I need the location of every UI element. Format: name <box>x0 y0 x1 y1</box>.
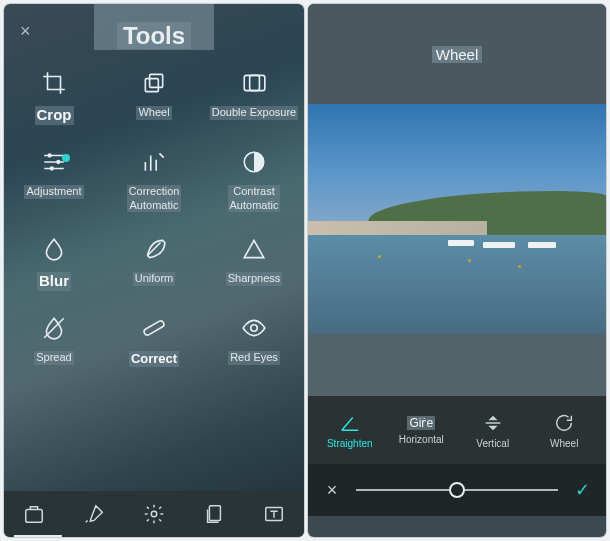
editor-title: Wheel <box>432 46 483 63</box>
copy-icon <box>203 503 225 525</box>
tool-label: Correction Automatic <box>127 185 182 213</box>
tool-uniform[interactable]: Uniform <box>104 234 204 291</box>
editor-header: Wheel <box>308 4 606 104</box>
badge-icon <box>62 154 70 162</box>
slider-thumb[interactable] <box>449 482 465 498</box>
svg-rect-8 <box>143 320 165 336</box>
tool-adjustment[interactable]: Adjustment <box>4 147 104 213</box>
tab-settings[interactable] <box>132 492 176 536</box>
svg-rect-3 <box>250 75 265 90</box>
op-sublabel: Giṙe <box>407 416 435 430</box>
tool-label: Correct <box>129 351 179 367</box>
svg-rect-0 <box>145 79 158 92</box>
tool-label: Wheel <box>136 106 171 120</box>
tool-label: Red Eyes <box>228 351 280 365</box>
tool-label: Blur <box>37 272 71 291</box>
gear-icon <box>143 503 165 525</box>
tool-label: Adjustment <box>24 185 83 199</box>
rotate-cw-icon <box>553 412 575 434</box>
tool-label: Crop <box>35 106 74 125</box>
eye-icon <box>239 313 269 343</box>
tool-correct[interactable]: Correct <box>104 313 204 367</box>
op-horizontal[interactable]: Giṙe Horizontal <box>389 416 453 445</box>
svg-point-5 <box>56 160 60 164</box>
active-tab-underline <box>14 535 62 537</box>
brush-icon <box>83 503 105 525</box>
triangle-icon <box>239 234 269 264</box>
bar-wand-icon <box>139 147 169 177</box>
tools-panel: × Tools Crop Wheel Double Exposure <box>4 4 304 537</box>
tool-label: Spread <box>34 351 73 365</box>
tool-sharpness[interactable]: Sharpness <box>204 234 304 291</box>
crop-icon <box>39 68 69 98</box>
tab-presets[interactable] <box>12 492 56 536</box>
editor-gap <box>308 334 606 396</box>
op-label: Wheel <box>550 438 578 449</box>
tool-grid: Crop Wheel Double Exposure Adjust <box>4 68 304 367</box>
tool-spread[interactable]: Spread <box>4 313 104 367</box>
tab-text[interactable] <box>252 492 296 536</box>
cancel-button[interactable]: × <box>318 476 346 504</box>
tool-label: Contrast Automatic <box>228 185 281 213</box>
svg-rect-12 <box>209 506 220 521</box>
tab-copy[interactable] <box>192 492 236 536</box>
close-button[interactable]: × <box>20 22 31 40</box>
drop-icon <box>39 234 69 264</box>
tool-crop[interactable]: Crop <box>4 68 104 125</box>
op-wheel[interactable]: Wheel <box>532 412 596 449</box>
svg-point-11 <box>151 511 157 517</box>
drop-slash-icon <box>39 313 69 343</box>
op-straighten[interactable]: Straighten <box>318 412 382 449</box>
photo-preview[interactable] <box>308 104 606 334</box>
slider-row: × ✓ <box>308 464 606 516</box>
angle-slider[interactable] <box>356 480 558 500</box>
tool-double-exposure[interactable]: Double Exposure <box>204 68 304 125</box>
tool-contrast-automatic[interactable]: Contrast Automatic <box>204 147 304 213</box>
op-vertical[interactable]: Vertical <box>461 412 525 449</box>
angle-icon <box>339 412 361 434</box>
svg-point-4 <box>48 153 52 157</box>
tool-label: Uniform <box>133 272 176 286</box>
tool-correction-automatic[interactable]: Correction Automatic <box>104 147 204 213</box>
presets-icon <box>23 503 45 525</box>
svg-rect-10 <box>26 509 43 522</box>
op-label: Vertical <box>476 438 509 449</box>
feather-icon <box>139 234 169 264</box>
sliders-icon <box>39 147 69 177</box>
text-box-icon <box>263 503 285 525</box>
double-exposure-icon <box>239 68 269 98</box>
operation-row: Straighten Giṙe Horizontal Vertical Whee… <box>308 396 606 464</box>
svg-rect-2 <box>244 75 259 90</box>
tool-label: Sharpness <box>226 272 283 286</box>
svg-point-6 <box>50 166 54 170</box>
apply-button[interactable]: ✓ <box>568 476 596 504</box>
tool-red-eyes[interactable]: Red Eyes <box>204 313 304 367</box>
tool-wheel[interactable]: Wheel <box>104 68 204 125</box>
tab-brush[interactable] <box>72 492 116 536</box>
tool-label: Double Exposure <box>210 106 298 120</box>
svg-point-9 <box>251 325 258 332</box>
tools-title: Tools <box>4 4 304 50</box>
bottom-tab-bar <box>4 491 304 537</box>
rotate-stack-icon <box>139 68 169 98</box>
op-label: Horizontal <box>399 434 444 445</box>
tool-blur[interactable]: Blur <box>4 234 104 291</box>
flip-v-icon <box>482 412 504 434</box>
half-circle-icon <box>239 147 269 177</box>
wheel-editor: Wheel Straighten Giṙe Horizontal <box>308 4 606 537</box>
svg-rect-1 <box>150 74 163 87</box>
bandage-icon <box>139 313 169 343</box>
op-label: Straighten <box>327 438 373 449</box>
